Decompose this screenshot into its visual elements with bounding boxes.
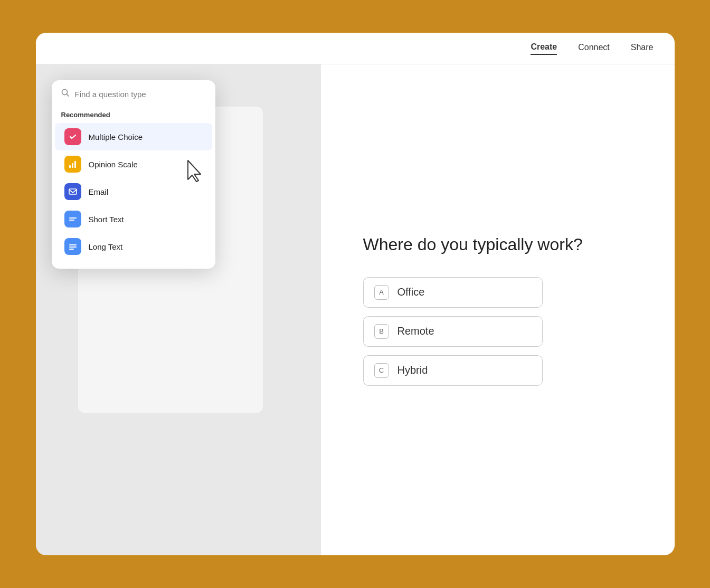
choice-label-hybrid: Hybrid bbox=[397, 364, 428, 376]
search-icon bbox=[61, 89, 70, 99]
search-row bbox=[52, 89, 215, 107]
short-text-icon bbox=[64, 211, 81, 227]
choice-label-office: Office bbox=[397, 286, 425, 298]
svg-rect-2 bbox=[69, 165, 71, 168]
choice-key-c: C bbox=[374, 363, 389, 378]
recommended-label: Recommended bbox=[52, 107, 215, 123]
menu-item-opinion-scale[interactable]: Opinion Scale bbox=[55, 150, 212, 178]
svg-rect-4 bbox=[74, 161, 76, 168]
search-input[interactable] bbox=[75, 90, 206, 99]
choice-key-b: B bbox=[374, 324, 389, 339]
main-content: Recommended Multiple Choice bbox=[36, 64, 675, 555]
right-panel: Where do you typically work? A Office B … bbox=[321, 64, 675, 555]
menu-item-multiple-choice[interactable]: Multiple Choice bbox=[55, 123, 212, 150]
choices-list: A Office B Remote C Hybrid bbox=[363, 277, 632, 386]
long-text-icon bbox=[64, 238, 81, 255]
menu-item-short-text[interactable]: Short Text bbox=[55, 205, 212, 233]
svg-rect-3 bbox=[72, 163, 73, 168]
short-text-label: Short Text bbox=[89, 215, 124, 224]
nav-bar: Create Connect Share bbox=[36, 33, 675, 64]
choice-remote[interactable]: B Remote bbox=[363, 316, 543, 347]
opinion-scale-icon bbox=[64, 156, 81, 173]
nav-create[interactable]: Create bbox=[531, 42, 557, 55]
email-icon bbox=[64, 183, 81, 200]
menu-item-email[interactable]: Email bbox=[55, 178, 212, 205]
choice-label-remote: Remote bbox=[397, 325, 434, 337]
long-text-label: Long Text bbox=[89, 242, 123, 251]
opinion-scale-label: Opinion Scale bbox=[89, 160, 138, 169]
nav-connect[interactable]: Connect bbox=[578, 43, 610, 54]
left-panel: Recommended Multiple Choice bbox=[36, 64, 321, 555]
choice-key-a: A bbox=[374, 285, 389, 300]
email-label: Email bbox=[89, 187, 109, 196]
nav-share[interactable]: Share bbox=[631, 43, 654, 54]
svg-line-1 bbox=[67, 94, 69, 97]
choice-hybrid[interactable]: C Hybrid bbox=[363, 355, 543, 386]
menu-item-long-text[interactable]: Long Text bbox=[55, 233, 212, 260]
multiple-choice-icon bbox=[64, 128, 81, 145]
main-card: Create Connect Share bbox=[36, 33, 675, 555]
svg-rect-5 bbox=[69, 189, 77, 194]
question-type-dropdown: Recommended Multiple Choice bbox=[52, 80, 215, 269]
multiple-choice-label: Multiple Choice bbox=[89, 132, 143, 141]
choice-office[interactable]: A Office bbox=[363, 277, 543, 308]
question-text: Where do you typically work? bbox=[363, 234, 583, 256]
